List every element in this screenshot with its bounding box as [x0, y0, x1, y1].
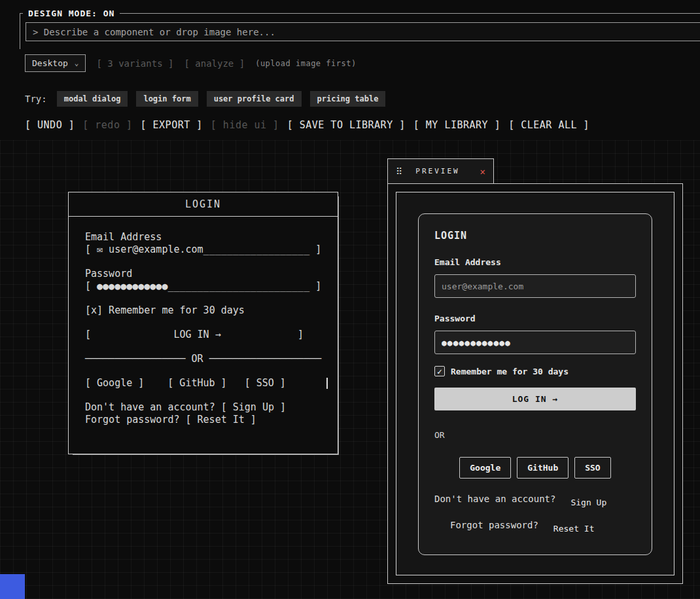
ascii-password-field[interactable]: [ ●●●●●●●●●●●●________________________ ] [85, 280, 328, 293]
ascii-signup-link[interactable]: [ Sign Up ] [221, 401, 286, 414]
email-input[interactable] [434, 274, 636, 298]
ascii-remember-checkbox[interactable]: [x] Remember me for 30 days [85, 304, 328, 317]
ascii-social-row: [ Google ] [ GitHub ] [ SSO ] [85, 377, 328, 390]
ascii-email-field[interactable]: [ ✉ user@example.com__________________ ] [85, 244, 328, 256]
email-label: Email Address [434, 257, 636, 268]
try-label: Try: [25, 94, 47, 104]
ascii-reset-link[interactable]: [ Reset It ] [186, 414, 256, 426]
check-icon: ✓ [437, 367, 442, 376]
ascii-reset-text: Forgot password? [85, 414, 180, 426]
checkbox-checked[interactable]: ✓ [434, 366, 445, 376]
reset-link[interactable]: Reset It [553, 524, 595, 534]
signup-row: Don't have an account? Sign Up [434, 494, 636, 508]
ascii-github-button[interactable]: [ GitHub ] [167, 377, 226, 390]
ascii-google-button[interactable]: [ Google ] [85, 377, 144, 390]
chevron-down-icon: ⌄ [75, 60, 79, 67]
password-input[interactable] [434, 331, 636, 354]
preview-title: PREVIEW [415, 167, 459, 175]
ascii-signup-text: Don't have an account? [85, 401, 215, 414]
ascii-or-divider: ───────────────── OR ─────────────────── [85, 353, 328, 365]
ascii-login-button[interactable]: [ LOG IN → ] [85, 329, 328, 341]
text-caret [326, 378, 328, 389]
signup-link[interactable]: Sign Up [570, 498, 606, 507]
controls-row: Desktop ⌄ [ 3 variants ] [ analyze ] (up… [25, 54, 357, 72]
save-to-library-button[interactable]: [ SAVE TO LIBRARY ] [287, 119, 406, 131]
my-library-button[interactable]: [ MY LIBRARY ] [413, 119, 500, 131]
signup-text: Don't have an account? [434, 494, 555, 504]
ascii-reset-row: Forgot password? [ Reset It ] [85, 414, 328, 426]
clear-all-button[interactable]: [ CLEAR ALL ] [508, 119, 589, 131]
google-button[interactable]: Google [459, 457, 511, 479]
corner-badge [0, 574, 25, 599]
design-mode-panel: DESIGN MODE: ON [20, 9, 700, 49]
preview-panel: LOGIN Email Address Password ✓ Remember … [387, 183, 683, 584]
login-card-title: LOGIN [434, 230, 636, 242]
try-row: Try: modal dialog login form user profil… [25, 91, 385, 107]
ascii-login-component[interactable]: LOGIN Email Address [ ✉ user@example.com… [68, 192, 338, 454]
login-card: LOGIN Email Address Password ✓ Remember … [418, 213, 652, 555]
ascii-email-label: Email Address [85, 231, 328, 244]
login-button[interactable]: LOG IN → [434, 388, 636, 410]
social-row: Google GitHub SSO [434, 457, 636, 479]
ascii-password-label: Password [85, 268, 328, 280]
upload-hint: (upload image first) [255, 59, 357, 68]
close-icon[interactable]: ✕ [480, 166, 485, 177]
remember-label: Remember me for 30 days [451, 367, 569, 376]
variants-button[interactable]: [ 3 variants ] [96, 58, 173, 69]
ascii-signup-row: Don't have an account? [ Sign Up ] [85, 401, 328, 414]
try-chip-pricing-table[interactable]: pricing table [310, 91, 386, 107]
drag-handle-icon[interactable]: ⠿ [396, 166, 402, 177]
try-chip-login-form[interactable]: login form [136, 91, 198, 107]
design-mode-legend: DESIGN MODE: ON [23, 9, 120, 18]
try-chip-modal-dialog[interactable]: modal dialog [57, 91, 128, 107]
github-button[interactable]: GitHub [517, 457, 569, 479]
remember-checkbox-row[interactable]: ✓ Remember me for 30 days [434, 366, 636, 376]
forgot-row: Forgot password? Reset It [434, 520, 636, 534]
redo-button[interactable]: [ redo ] [82, 119, 132, 131]
password-label: Password [434, 314, 636, 324]
device-select[interactable]: Desktop ⌄ [25, 54, 86, 72]
analyze-button[interactable]: [ analyze ] [184, 58, 245, 69]
forgot-text: Forgot password? [450, 520, 538, 530]
ascii-login-body: Email Address [ ✉ user@example.com______… [69, 217, 338, 426]
preview-render-area: LOGIN Email Address Password ✓ Remember … [396, 192, 674, 575]
toolbar: [ UNDO ] [ redo ] [ EXPORT ] [ hide ui ]… [25, 119, 589, 131]
prompt-input[interactable] [26, 22, 700, 41]
ascii-login-title: LOGIN [69, 192, 338, 217]
undo-button[interactable]: [ UNDO ] [25, 119, 75, 131]
sso-button[interactable]: SSO [574, 457, 610, 479]
export-button[interactable]: [ EXPORT ] [141, 119, 203, 131]
hide-ui-button[interactable]: [ hide ui ] [211, 119, 279, 131]
or-divider: OR [434, 430, 636, 441]
preview-titlebar[interactable]: ⠿ PREVIEW ✕ [387, 158, 494, 184]
try-chip-user-profile-card[interactable]: user profile card [207, 91, 302, 107]
ascii-sso-button[interactable]: [ SSO ] [245, 377, 286, 390]
device-select-label: Desktop [32, 58, 68, 68]
